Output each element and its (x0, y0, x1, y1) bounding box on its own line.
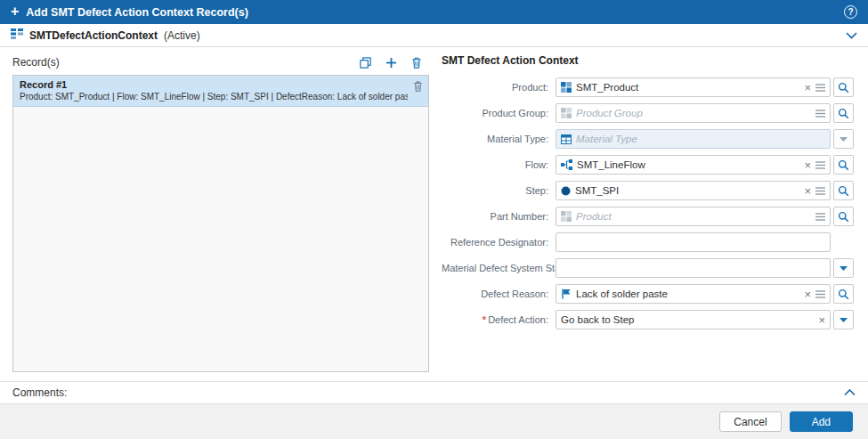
search-icon (838, 159, 849, 171)
flow-clear-icon[interactable]: × (804, 159, 811, 171)
part-number-icon (561, 211, 572, 222)
search-icon (838, 185, 849, 197)
step-input[interactable]: SMT_SPI × (556, 181, 831, 200)
defect-reason-label: Defect Reason: (442, 289, 556, 299)
record-title: Record #1 (20, 79, 408, 90)
flow-list-icon[interactable] (815, 161, 825, 169)
field-row-step: Step: SMT_SPI × (442, 181, 854, 200)
context-status: (Active) (164, 29, 200, 42)
add-button[interactable]: Add (790, 411, 853, 432)
field-row-part-number: Part Number: Product (442, 207, 854, 226)
product-group-placeholder: Product Group (576, 108, 811, 118)
defect-action-clear-icon[interactable]: × (818, 314, 825, 326)
chevron-down-icon[interactable] (846, 32, 857, 39)
search-icon (838, 211, 849, 223)
material-type-label: Material Type: (442, 134, 556, 144)
caret-down-icon (840, 266, 848, 271)
flow-search-button[interactable] (833, 155, 854, 175)
part-number-label: Part Number: (442, 211, 556, 222)
field-row-product: Product: SMT_Product × (442, 77, 854, 97)
dialog-header: + Add SMT Defect Action Context Record(s… (0, 0, 868, 24)
step-value: SMT_SPI (575, 185, 799, 196)
product-label: Product: (442, 82, 556, 93)
context-form: SMT Defect Action Context Product: SMT_P… (433, 47, 868, 381)
field-row-flow: Flow: SMT_LineFlow × (442, 155, 854, 175)
product-list-icon[interactable] (815, 84, 825, 92)
record-delete-icon[interactable] (413, 81, 423, 92)
defect-reason-search-button[interactable] (833, 284, 854, 304)
flow-value: SMT_LineFlow (577, 159, 799, 170)
material-type-input[interactable]: Material Type (556, 129, 831, 149)
help-icon[interactable]: ? (844, 5, 857, 19)
field-row-product-group: Product Group: Product Group (442, 103, 854, 123)
material-type-icon (561, 134, 572, 144)
part-number-input[interactable]: Product (556, 207, 831, 226)
copy-icon[interactable] (360, 57, 371, 69)
required-marker: * (483, 314, 486, 325)
records-panel: Record(s) Record #1 Product: SMT_Product… (0, 47, 433, 381)
flow-icon (561, 159, 572, 170)
material-defect-system-state-input[interactable] (556, 258, 831, 278)
search-icon (838, 82, 849, 93)
defect-reason-list-icon[interactable] (815, 290, 825, 298)
product-group-search-button[interactable] (833, 103, 854, 123)
material-type-dropdown-button[interactable] (833, 129, 854, 149)
caret-down-icon (840, 137, 848, 142)
defect-action-label: *Defect Action: (442, 314, 556, 325)
record-row-selected[interactable]: Record #1 Product: SMT_Product | Flow: S… (13, 76, 428, 107)
main-area: Record(s) Record #1 Product: SMT_Product… (0, 47, 868, 381)
flag-icon (561, 289, 572, 299)
chevron-up-icon[interactable] (844, 389, 856, 396)
records-toolbar (360, 57, 422, 69)
field-row-material-defect-system-state: Material Defect System State: (442, 258, 854, 278)
product-group-list-icon[interactable] (815, 110, 825, 118)
comments-bar[interactable]: Comments: (0, 381, 868, 404)
flow-label: Flow: (442, 159, 556, 170)
reference-designator-label: Reference Designator: (442, 237, 556, 248)
part-number-search-button[interactable] (833, 207, 854, 226)
product-group-input[interactable]: Product Group (556, 103, 831, 123)
defect-action-value: Go back to Step (561, 314, 814, 325)
step-search-button[interactable] (833, 181, 854, 200)
add-record-icon[interactable] (385, 57, 397, 69)
reference-designator-input[interactable] (556, 232, 831, 252)
comments-label: Comments: (12, 386, 67, 399)
field-row-defect-action: *Defect Action: Go back to Step × (442, 310, 854, 329)
defect-action-dropdown-button[interactable] (833, 310, 854, 329)
material-defect-system-state-dropdown-button[interactable] (833, 258, 854, 278)
step-clear-icon[interactable]: × (804, 185, 811, 197)
search-icon (838, 108, 849, 119)
context-icon (11, 28, 23, 42)
product-search-button[interactable] (833, 77, 854, 97)
record-list: Record #1 Product: SMT_Product | Flow: S… (12, 75, 429, 372)
defect-action-label-text: Defect Action: (488, 314, 548, 325)
caret-down-icon (840, 318, 848, 322)
add-icon: + (11, 4, 19, 19)
records-panel-title: Record(s) (12, 56, 60, 69)
field-row-material-type: Material Type: Material Type (442, 129, 854, 149)
field-row-defect-reason: Defect Reason: Lack of solder paste × (442, 284, 854, 304)
flow-input[interactable]: SMT_LineFlow × (556, 155, 831, 175)
product-group-label: Product Group: (442, 108, 556, 118)
product-icon (561, 82, 572, 93)
defect-action-input[interactable]: Go back to Step × (556, 310, 831, 329)
material-defect-system-state-label: Material Defect System State: (442, 263, 556, 273)
product-input[interactable]: SMT_Product × (556, 77, 831, 97)
cancel-button[interactable]: Cancel (719, 411, 781, 432)
defect-reason-value: Lack of solder paste (576, 289, 799, 299)
step-label: Step: (442, 185, 556, 196)
part-number-placeholder: Product (576, 211, 811, 222)
product-clear-icon[interactable]: × (804, 82, 811, 93)
footer-bar: Cancel Add (0, 404, 868, 439)
step-list-icon[interactable] (815, 187, 825, 195)
part-number-list-icon[interactable] (815, 213, 825, 221)
delete-record-icon[interactable] (411, 57, 422, 69)
step-icon (561, 186, 571, 196)
context-bar: SMTDefectActionContext (Active) (0, 24, 868, 47)
records-panel-header: Record(s) (12, 53, 429, 72)
defect-reason-input[interactable]: Lack of solder paste × (556, 284, 831, 304)
material-type-placeholder: Material Type (576, 134, 825, 144)
product-value: SMT_Product (576, 82, 799, 93)
defect-reason-clear-icon[interactable]: × (804, 289, 811, 300)
form-title: SMT Defect Action Context (442, 54, 854, 67)
